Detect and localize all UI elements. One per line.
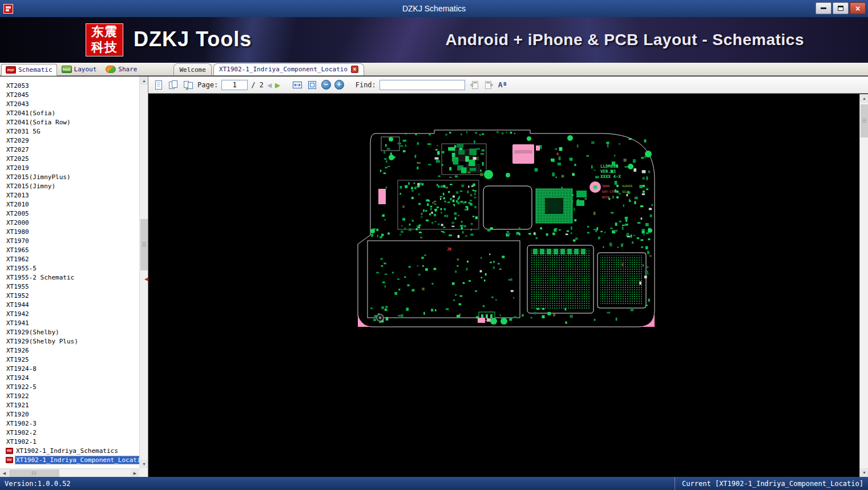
- zoom-in-button[interactable]: +: [334, 80, 344, 90]
- page-facing-icon[interactable]: [168, 79, 179, 91]
- tree-item[interactable]: XT2025: [6, 154, 139, 163]
- tree-item[interactable]: XT2031 5G: [6, 127, 139, 136]
- tree-item-label: XT2043: [6, 100, 30, 108]
- find-input[interactable]: [380, 80, 465, 90]
- tree-item[interactable]: XT1955-5: [6, 264, 139, 273]
- tree-item-label: XT1952: [6, 292, 30, 299]
- pdf-viewer[interactable]: LLDM088VER.B3XXXX 4-XSDA0VLDO28EAT-CTPSC…: [148, 94, 868, 477]
- page-input[interactable]: [221, 80, 248, 90]
- find-previous-icon[interactable]: [469, 79, 480, 91]
- tree-item-label: XT1902-1_Indriya_Schematics: [15, 447, 119, 455]
- tree-item[interactable]: XT2000: [6, 218, 139, 227]
- tab-schematic[interactable]: PDF Schematic: [1, 64, 57, 76]
- scroll-left-icon[interactable]: ◀: [0, 469, 9, 477]
- tree-item[interactable]: XT1944: [6, 300, 139, 309]
- tree-item[interactable]: XT1929(Shelby): [6, 327, 139, 337]
- tab-component-location[interactable]: XT1902-1_Indriya_Component_Locatio ×: [213, 63, 364, 75]
- tree-item[interactable]: XT1922: [6, 391, 139, 400]
- tree-item[interactable]: XT2013: [6, 191, 139, 200]
- tree-item-label: XT1922: [6, 392, 30, 400]
- tree-item[interactable]: XT2010: [6, 200, 139, 209]
- tree-item[interactable]: PDFXT1902-1_Indriya_Component_Locatio: [6, 455, 139, 464]
- tree-item[interactable]: XT1965: [6, 245, 139, 254]
- tab-layout[interactable]: PADS Layout: [57, 63, 102, 75]
- viewer-scroll-thumb[interactable]: [861, 104, 868, 137]
- tree-item[interactable]: XT1970: [6, 236, 139, 245]
- scroll-up-icon[interactable]: ▲: [140, 76, 148, 85]
- tree-item[interactable]: XT1924-8: [6, 364, 139, 373]
- tree-item[interactable]: XT1952: [6, 291, 139, 300]
- tree-item[interactable]: XT2045: [6, 90, 139, 99]
- maximize-button[interactable]: [833, 2, 849, 14]
- tree-item[interactable]: XT2041(Sofia): [6, 108, 139, 118]
- tree-item[interactable]: PDFXT1902-1_Indriya_Schematics: [6, 446, 139, 455]
- viewer-scroll-up-icon[interactable]: ▲: [860, 94, 868, 103]
- svg-text:XXXX 4-X: XXXX 4-X: [600, 174, 621, 179]
- tree-item[interactable]: XT1925: [6, 355, 139, 364]
- tree-item[interactable]: XT1902-3: [6, 419, 139, 428]
- zoom-out-button[interactable]: −: [321, 80, 331, 90]
- tree-item[interactable]: XT2019: [6, 163, 139, 172]
- tree-item-label: XT1944: [6, 301, 30, 309]
- next-page-icon[interactable]: ▶: [275, 79, 280, 91]
- tree-item[interactable]: XT1926: [6, 346, 139, 355]
- tree-item-label: XT2010: [6, 201, 30, 208]
- titlebar: DZKJ Schematics ×: [0, 0, 868, 17]
- page-continuous-icon[interactable]: [183, 79, 194, 91]
- scroll-down-icon[interactable]: ▼: [140, 460, 148, 468]
- sidebar-horizontal-scrollbar[interactable]: ◀ ▶: [0, 468, 139, 477]
- tree-item[interactable]: XT2027: [6, 145, 139, 154]
- tree-item[interactable]: XT1920: [6, 410, 139, 419]
- scrollbar-corner: [139, 468, 148, 477]
- tree-item-label: XT2005: [6, 210, 30, 217]
- app-icon: [3, 4, 13, 14]
- pcb-board-page[interactable]: LLDM088VER.B3XXXX 4-XSDA0VLDO28EAT-CTPSC…: [232, 95, 774, 477]
- viewer-vertical-scrollbar[interactable]: ▲ ▼: [859, 94, 868, 477]
- tab-welcome-label: Welcome: [179, 66, 205, 74]
- text-size-icon[interactable]: Aª: [498, 80, 507, 89]
- previous-page-icon[interactable]: ◀: [267, 79, 272, 91]
- tree-item[interactable]: XT2015(Jimny): [6, 181, 139, 191]
- tree-item[interactable]: XT1942: [6, 309, 139, 318]
- tab-close-icon[interactable]: ×: [351, 66, 358, 73]
- tree-item-label: XT1929(Shelby Plus): [6, 338, 79, 345]
- scroll-right-icon[interactable]: ▶: [131, 469, 139, 477]
- tab-share[interactable]: Share: [101, 63, 142, 75]
- splitter-collapse-icon[interactable]: ◀: [144, 276, 148, 282]
- tree-item[interactable]: XT1941: [6, 318, 139, 327]
- tree-item[interactable]: XT1955-2 Schematic: [6, 273, 139, 282]
- tree-item[interactable]: XT1922-5: [6, 382, 139, 391]
- viewer-scroll-down-icon[interactable]: ▼: [860, 468, 868, 477]
- tree-item[interactable]: XT2041(Sofia Row): [6, 118, 139, 127]
- tree-item[interactable]: XT1924: [6, 373, 139, 382]
- tree-item[interactable]: XT2005: [6, 209, 139, 218]
- minimize-button[interactable]: [815, 2, 831, 14]
- tree-item[interactable]: XT1955: [6, 282, 139, 291]
- tab-welcome[interactable]: Welcome: [173, 63, 211, 75]
- svg-text:SDA0: SDA0: [602, 184, 609, 188]
- tree-item-label: XT1924-8: [6, 365, 37, 372]
- tree-item[interactable]: XT1929(Shelby Plus): [6, 337, 139, 346]
- tree-item[interactable]: XT2015(JimnyPlus): [6, 172, 139, 181]
- fit-page-icon[interactable]: [306, 79, 318, 91]
- tree-item[interactable]: XT1980: [6, 227, 139, 236]
- tree-item[interactable]: XT2029: [6, 136, 139, 145]
- tree-item[interactable]: XT1921: [6, 400, 139, 410]
- close-button[interactable]: ×: [850, 2, 866, 14]
- version-text: Version:1.0.0.52: [5, 480, 71, 488]
- fit-width-icon[interactable]: [292, 79, 303, 91]
- sidebar-vertical-scrollbar[interactable]: ▲ ▼: [139, 76, 148, 468]
- maximize-icon: [838, 6, 843, 11]
- page-single-icon[interactable]: [153, 79, 164, 91]
- statusbar: Version:1.0.0.52 Current [XT1902-1_Indri…: [0, 477, 868, 490]
- sidebar-scroll-thumb[interactable]: [140, 219, 148, 270]
- tree-item[interactable]: XT1902-1: [6, 437, 139, 446]
- tree-item[interactable]: XT2043: [6, 99, 139, 108]
- tree-item-label: XT2041(Sofia): [6, 110, 56, 117]
- sidebar-hscroll-thumb[interactable]: [9, 469, 59, 477]
- tree-item[interactable]: XT1962: [6, 254, 139, 264]
- tree-item-label: XT2041(Sofia Row): [6, 119, 71, 126]
- tree-item[interactable]: XT2053: [6, 81, 139, 90]
- find-next-icon[interactable]: [483, 79, 495, 91]
- tree-item[interactable]: XT1902-2: [6, 428, 139, 437]
